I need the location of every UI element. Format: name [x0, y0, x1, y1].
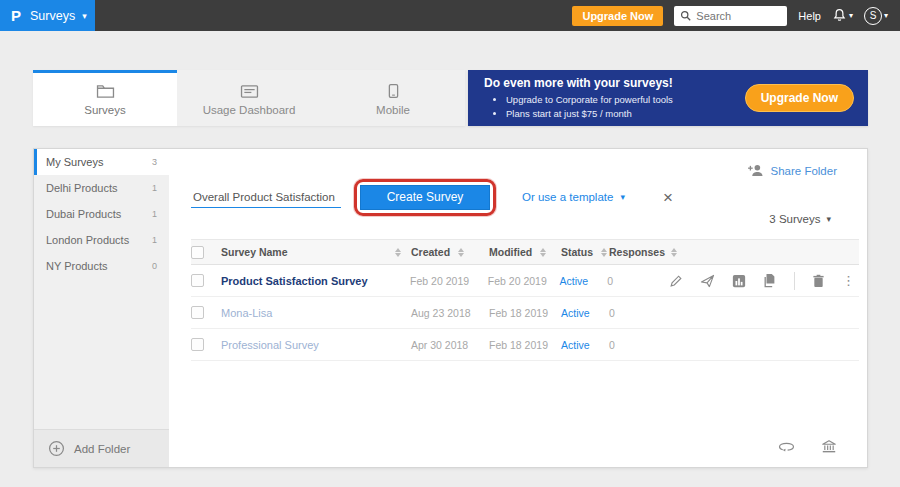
add-folder-button[interactable]: Add Folder	[34, 429, 169, 467]
responses-count: 0	[607, 275, 613, 287]
surveys-panel: My Surveys 3 Delhi Products 1 Dubai Prod…	[33, 148, 868, 468]
folder-name: My Surveys	[46, 156, 103, 168]
folder-count: 1	[152, 235, 157, 245]
status-badge: Active	[561, 339, 590, 351]
sidebar-item-london-products[interactable]: London Products 1	[34, 227, 169, 253]
search-input[interactable]	[696, 10, 776, 22]
created-date: Aug 23 2018	[411, 307, 471, 319]
folder-count: 1	[152, 209, 157, 219]
table-row: Professional Survey Apr 30 2018 Feb 18 2…	[191, 329, 859, 361]
tab-mobile[interactable]: Mobile	[321, 70, 465, 126]
topbar-right-group: Upgrade Now Help ▾ S ▾	[572, 0, 900, 31]
folder-name: Delhi Products	[46, 182, 118, 194]
account-menu[interactable]: S ▾	[864, 7, 888, 25]
surveys-table: Survey Name Created Modified Status Resp…	[191, 239, 859, 361]
upgrade-now-button-banner[interactable]: Upgrade Now	[745, 84, 854, 112]
surveys-count-dropdown[interactable]: 3 Surveys ▾	[769, 213, 831, 225]
questionpro-logo-icon: P	[11, 8, 21, 23]
survey-name-link[interactable]: Product Satisfaction Survey	[221, 275, 368, 287]
folder-name: Dubai Products	[46, 208, 121, 220]
row-checkbox[interactable]	[191, 274, 204, 287]
folder-count: 1	[152, 183, 157, 193]
notifications-menu[interactable]: ▾	[832, 8, 853, 23]
sidebar-item-ny-products[interactable]: NY Products 0	[34, 253, 169, 279]
share-folder-button[interactable]: Share Folder	[747, 164, 837, 177]
mobile-icon	[388, 83, 399, 99]
responses-count: 0	[609, 307, 615, 319]
upgrade-now-button-top[interactable]: Upgrade Now	[572, 6, 663, 26]
select-all-checkbox[interactable]	[191, 246, 204, 259]
status-badge: Active	[561, 307, 590, 319]
create-survey-button[interactable]: Create Survey	[360, 185, 490, 210]
dashboard-icon	[240, 84, 259, 99]
sort-icon[interactable]	[540, 248, 546, 257]
copy-duplicate-icon[interactable]	[763, 273, 777, 288]
new-survey-name-input[interactable]	[191, 187, 341, 208]
product-name: Surveys	[30, 9, 75, 23]
folder-count: 3	[152, 157, 157, 167]
row-checkbox[interactable]	[191, 338, 204, 351]
modified-date: Feb 20 2019	[488, 275, 547, 287]
status-badge: Active	[559, 275, 588, 287]
modified-date: Feb 18 2019	[489, 307, 548, 319]
sidebar-item-my-surveys[interactable]: My Surveys 3	[34, 149, 169, 175]
table-row: Product Satisfaction Survey Feb 20 2019 …	[191, 265, 859, 297]
bell-icon	[832, 8, 847, 23]
sort-icon[interactable]	[601, 248, 607, 257]
help-link[interactable]: Help	[798, 10, 821, 22]
table-header-row: Survey Name Created Modified Status Resp…	[191, 239, 859, 265]
banner-title: Do even more with your surveys!	[484, 76, 673, 90]
tab-label: Mobile	[376, 104, 410, 116]
sidebar-item-delhi-products[interactable]: Delhi Products 1	[34, 175, 169, 201]
more-options-icon[interactable]: ⋮	[842, 277, 855, 285]
create-survey-row: Create Survey Or use a template ▾ ×	[191, 179, 673, 215]
search-icon	[680, 10, 691, 21]
divider	[794, 272, 795, 290]
chevron-down-icon: ▾	[826, 214, 831, 224]
column-header-created: Created	[411, 246, 450, 258]
tab-surveys[interactable]: Surveys	[33, 70, 177, 126]
column-header-responses: Responses	[609, 246, 665, 258]
created-date: Feb 20 2019	[410, 275, 469, 287]
banner-text: Do even more with your surveys! Upgrade …	[468, 76, 673, 121]
primary-tabs: Surveys Usage Dashboard Mobile	[33, 70, 465, 126]
send-paper-plane-icon[interactable]	[700, 274, 715, 288]
add-folder-label: Add Folder	[74, 443, 130, 455]
tab-usage-dashboard[interactable]: Usage Dashboard	[177, 70, 321, 126]
sort-icon[interactable]	[395, 248, 401, 257]
row-checkbox[interactable]	[191, 306, 204, 319]
folder-name: NY Products	[46, 260, 108, 272]
share-folder-label: Share Folder	[771, 165, 837, 177]
survey-name-link[interactable]: Professional Survey	[221, 339, 319, 351]
content-footer-icons	[778, 439, 837, 454]
chevron-down-icon: ▾	[620, 192, 625, 202]
column-header-modified: Modified	[489, 246, 532, 258]
edit-pencil-icon[interactable]	[669, 274, 683, 288]
chevron-down-icon: ▾	[82, 11, 87, 21]
sort-icon[interactable]	[458, 248, 464, 257]
tab-label: Surveys	[84, 104, 126, 116]
survey-name-link[interactable]: Mona-Lisa	[221, 307, 272, 319]
modified-date: Feb 18 2019	[489, 339, 548, 351]
plus-circle-icon	[48, 440, 65, 457]
folder-count: 0	[152, 261, 157, 271]
folder-name: London Products	[46, 234, 129, 246]
brand-product-switcher[interactable]: P Surveys ▾	[0, 0, 95, 31]
chevron-down-icon: ▾	[884, 11, 888, 20]
sidebar-item-dubai-products[interactable]: Dubai Products 1	[34, 201, 169, 227]
surveys-count-label: 3 Surveys	[769, 213, 820, 225]
analytics-chart-icon[interactable]	[732, 274, 746, 288]
restore-loop-icon[interactable]	[778, 440, 795, 453]
use-template-label: Or use a template	[522, 191, 613, 203]
trash-archive-bank-icon[interactable]	[821, 439, 837, 454]
tab-label: Usage Dashboard	[203, 104, 296, 116]
delete-trash-icon[interactable]	[812, 274, 825, 288]
avatar: S	[864, 7, 882, 25]
sort-icon[interactable]	[671, 248, 677, 257]
chevron-down-icon: ▾	[849, 11, 853, 20]
banner-bullet: Plans start at just $75 / month	[506, 107, 673, 121]
search-box[interactable]	[674, 6, 787, 26]
close-icon[interactable]: ×	[663, 189, 673, 206]
column-header-status: Status	[561, 246, 593, 258]
use-template-dropdown[interactable]: Or use a template ▾	[522, 191, 625, 203]
